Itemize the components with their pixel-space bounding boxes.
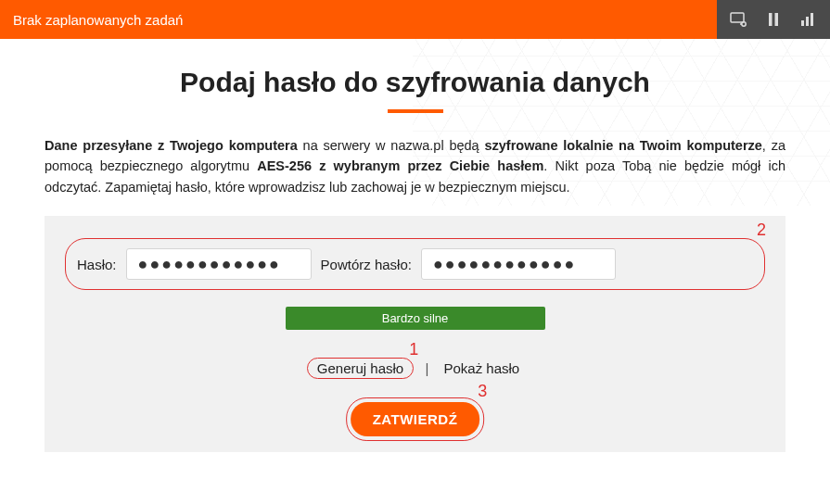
main-content: Podaj hasło do szyfrowania danych Dane p… [0, 39, 830, 452]
callout-2: 2 [757, 220, 766, 240]
page-title: Podaj hasło do szyfrowania danych [45, 67, 785, 98]
repeat-password-input[interactable] [421, 248, 616, 280]
password-strength: Bardzo silne [286, 307, 545, 330]
show-password-button[interactable]: Pokaż hasło [440, 359, 523, 378]
status-bar: Brak zaplanowanych zadań [0, 0, 717, 39]
generate-password-wrap: 1 Generuj hasło [307, 358, 414, 379]
callout-3: 3 [478, 382, 487, 401]
form-panel: 2 Hasło: Powtórz hasło: Bardzo silne 1 G… [45, 216, 785, 452]
heading-underline [388, 109, 443, 113]
password-input[interactable] [126, 248, 312, 280]
svg-rect-4 [775, 13, 779, 26]
callout-1: 1 [409, 340, 418, 359]
repeat-password-label: Powtórz hasło: [321, 257, 412, 272]
submit-wrap: 3 ZATWIERDŹ [346, 397, 485, 441]
description-text: Dane przesyłane z Twojego komputera na s… [45, 135, 785, 197]
top-bar: Brak zaplanowanych zadań [0, 0, 830, 39]
password-row: 2 Hasło: Powtórz hasło: [65, 238, 765, 290]
generate-password-button[interactable]: Generuj hasło [313, 359, 407, 378]
password-label: Hasło: [77, 257, 117, 272]
svg-rect-3 [769, 13, 773, 26]
svg-rect-6 [806, 17, 809, 26]
submit-highlight: 3 ZATWIERDŹ [346, 397, 485, 441]
password-actions: 1 Generuj hasło | Pokaż hasło [65, 358, 765, 379]
svg-rect-0 [731, 13, 744, 22]
desc-part-2: na serwery w nazwa.pl będą [298, 138, 485, 153]
status-text: Brak zaplanowanych zadań [13, 12, 183, 28]
desc-bold-1: Dane przesyłane z Twojego komputera [45, 138, 298, 153]
submit-button[interactable]: ZATWIERDŹ [351, 402, 480, 436]
svg-point-1 [742, 22, 746, 26]
monitor-icon[interactable] [728, 9, 748, 30]
pause-icon[interactable] [763, 9, 784, 30]
desc-bold-3: szyfrowane lokalnie na Twoim komputerze [484, 138, 761, 153]
topbar-actions [717, 0, 830, 39]
separator: | [425, 360, 428, 376]
svg-rect-7 [811, 13, 813, 26]
svg-rect-5 [801, 20, 804, 26]
bars-icon[interactable] [798, 9, 819, 30]
desc-bold-5: AES-256 z wybranym przez Ciebie hasłem [257, 158, 543, 173]
